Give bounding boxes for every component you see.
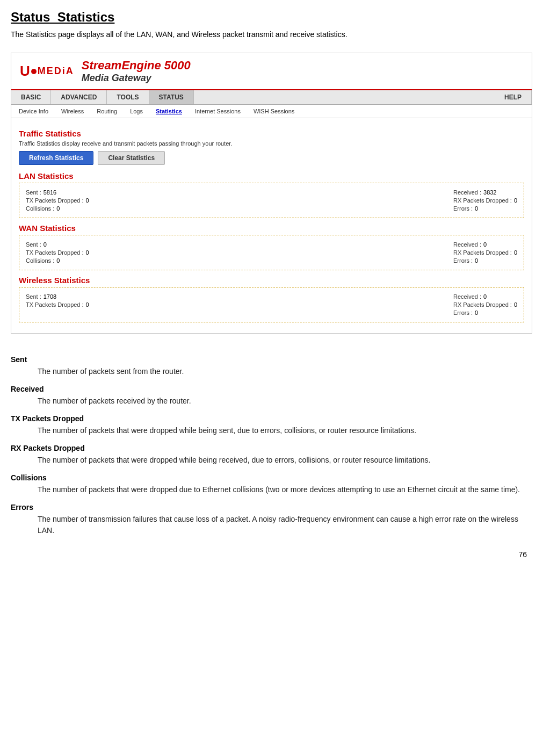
- def-errors: The number of transmission failures that…: [38, 514, 532, 536]
- def-sent: The number of packets sent from the rout…: [38, 366, 532, 377]
- wan-tx-label: TX Packets Dropped :: [26, 249, 84, 256]
- wan-sent-label: Sent :: [26, 241, 41, 248]
- term-rx-dropped: RX Packets Dropped: [11, 444, 532, 452]
- router-ui-box: U MEDiA StreamEngine 5000 Media Gateway …: [11, 53, 532, 334]
- nav-advanced[interactable]: ADVANCED: [51, 90, 107, 104]
- lan-tx-label: TX Packets Dropped :: [26, 197, 84, 204]
- sub-nav: Device Info Wireless Routing Logs Statis…: [11, 105, 532, 118]
- term-tx-dropped: TX Packets Dropped: [11, 414, 532, 423]
- subnav-wish-sessions[interactable]: WISH Sessions: [251, 107, 296, 116]
- wan-stats-row: Sent : 0 TX Packets Dropped : 0 Collisio…: [26, 241, 517, 264]
- wan-tx-value: 0: [86, 249, 89, 256]
- logo-media-text: MEDiA: [38, 66, 74, 77]
- refresh-statistics-button[interactable]: Refresh Statistics: [19, 151, 93, 165]
- glossary-term-tx-dropped: TX Packets Dropped The number of packets…: [11, 414, 532, 436]
- traffic-description: Traffic Statistics display receive and t…: [19, 140, 524, 147]
- clear-statistics-button[interactable]: Clear Statistics: [98, 151, 165, 165]
- lan-stats-box: Sent : 5816 TX Packets Dropped : 0 Colli…: [19, 183, 524, 218]
- wan-errors-label: Errors :: [453, 257, 473, 264]
- subnav-internet-sessions[interactable]: Internet Sessions: [193, 107, 243, 116]
- subnav-wireless[interactable]: Wireless: [59, 107, 86, 116]
- def-received: The number of packets received by the ro…: [38, 395, 532, 407]
- nav-basic[interactable]: BASIC: [11, 90, 51, 104]
- lan-collisions-value: 0: [56, 205, 60, 212]
- lan-tx-value: 0: [86, 197, 89, 204]
- glossary-term-sent: Sent The number of packets sent from the…: [11, 355, 532, 377]
- lan-section-title: LAN Statistics: [19, 171, 524, 181]
- logo-u-letter: U: [20, 63, 30, 80]
- logo-text-block: StreamEngine 5000 Media Gateway: [82, 59, 191, 84]
- subnav-device-info[interactable]: Device Info: [17, 107, 50, 116]
- nav-tools[interactable]: TOOLS: [107, 90, 149, 104]
- lan-rx-value: 0: [514, 197, 517, 204]
- btn-bar: Refresh Statistics Clear Statistics: [19, 151, 524, 165]
- router-header: U MEDiA StreamEngine 5000 Media Gateway: [11, 53, 532, 90]
- glossary-term-errors: Errors The number of transmission failur…: [11, 503, 532, 536]
- lan-sent-label: Sent :: [26, 189, 41, 196]
- wireless-received-label: Received :: [453, 293, 481, 300]
- wan-left: Sent : 0 TX Packets Dropped : 0 Collisio…: [26, 241, 89, 264]
- glossary-section: Sent The number of packets sent from the…: [0, 339, 543, 545]
- wireless-tx-value: 0: [86, 301, 89, 308]
- lan-left: Sent : 5816 TX Packets Dropped : 0 Colli…: [26, 189, 89, 212]
- glossary-term-received: Received The number of packets received …: [11, 385, 532, 407]
- wan-right: Received : 0 RX Packets Dropped : 0 Erro…: [453, 241, 517, 264]
- logo-dot-icon: [31, 69, 37, 74]
- glossary-term-collisions: Collisions The number of packets that we…: [11, 473, 532, 495]
- lan-sent-value: 5816: [44, 189, 56, 196]
- nav-help[interactable]: HELP: [495, 90, 532, 104]
- subnav-routing[interactable]: Routing: [95, 107, 119, 116]
- wan-received-label: Received :: [453, 241, 481, 248]
- wan-section-title: WAN Statistics: [19, 224, 524, 233]
- subnav-logs[interactable]: Logs: [128, 107, 145, 116]
- def-tx-dropped: The number of packets that were dropped …: [38, 425, 532, 436]
- wireless-tx-label: TX Packets Dropped :: [26, 301, 84, 308]
- wireless-stats-box: Sent : 1708 TX Packets Dropped : 0 Recei…: [19, 287, 524, 322]
- wan-rx-label: RX Packets Dropped :: [453, 249, 512, 256]
- wireless-rx-label: RX Packets Dropped :: [453, 301, 512, 308]
- wireless-stats-row: Sent : 1708 TX Packets Dropped : 0 Recei…: [26, 293, 517, 316]
- def-collisions: The number of packets that were dropped …: [38, 484, 532, 495]
- def-rx-dropped: The number of packets that were dropped …: [38, 455, 532, 466]
- logo-umedia: U MEDiA: [20, 63, 74, 80]
- wireless-left: Sent : 1708 TX Packets Dropped : 0: [26, 293, 89, 316]
- term-errors: Errors: [11, 503, 532, 512]
- wireless-right: Received : 0 RX Packets Dropped : 0 Erro…: [453, 293, 517, 316]
- lan-rx-label: RX Packets Dropped :: [453, 197, 512, 204]
- lan-errors-value: 0: [475, 205, 478, 212]
- wan-collisions-label: Collisions :: [26, 257, 54, 264]
- wireless-errors-value: 0: [475, 309, 478, 316]
- wan-stats-box: Sent : 0 TX Packets Dropped : 0 Collisio…: [19, 235, 524, 270]
- subnav-statistics[interactable]: Statistics: [154, 107, 184, 116]
- page-title: Status_Statistics: [0, 0, 543, 28]
- wan-errors-value: 0: [475, 257, 478, 264]
- wan-collisions-value: 0: [56, 257, 60, 264]
- wireless-rx-value: 0: [514, 301, 517, 308]
- wireless-sent-label: Sent :: [26, 293, 41, 300]
- lan-errors-label: Errors :: [453, 205, 473, 212]
- lan-received-label: Received :: [453, 189, 481, 196]
- term-collisions: Collisions: [11, 473, 532, 482]
- wireless-received-value: 0: [483, 293, 487, 300]
- wireless-sent-value: 1708: [44, 293, 56, 300]
- nav-status[interactable]: STATUS: [149, 90, 194, 104]
- page-description: The Statistics page displays all of the …: [0, 28, 543, 47]
- glossary-term-rx-dropped: RX Packets Dropped The number of packets…: [11, 444, 532, 466]
- term-received: Received: [11, 385, 532, 393]
- wireless-errors-label: Errors :: [453, 309, 473, 316]
- main-nav: BASIC ADVANCED TOOLS STATUS HELP: [11, 90, 532, 105]
- wan-sent-value: 0: [44, 241, 47, 248]
- traffic-section-title: Traffic Statistics: [19, 129, 524, 138]
- lan-received-value: 3832: [483, 189, 496, 196]
- wan-received-value: 0: [483, 241, 487, 248]
- lan-stats-row: Sent : 5816 TX Packets Dropped : 0 Colli…: [26, 189, 517, 212]
- lan-right: Received : 3832 RX Packets Dropped : 0 E…: [453, 189, 517, 212]
- wireless-section-title: Wireless Statistics: [19, 276, 524, 285]
- logo-title: StreamEngine 5000: [82, 59, 191, 73]
- term-sent: Sent: [11, 355, 532, 364]
- wan-rx-value: 0: [514, 249, 517, 256]
- lan-collisions-label: Collisions :: [26, 205, 54, 212]
- content-area: Traffic Statistics Traffic Statistics di…: [11, 118, 532, 333]
- logo-subtitle: Media Gateway: [82, 73, 191, 84]
- page-number: 76: [0, 545, 543, 564]
